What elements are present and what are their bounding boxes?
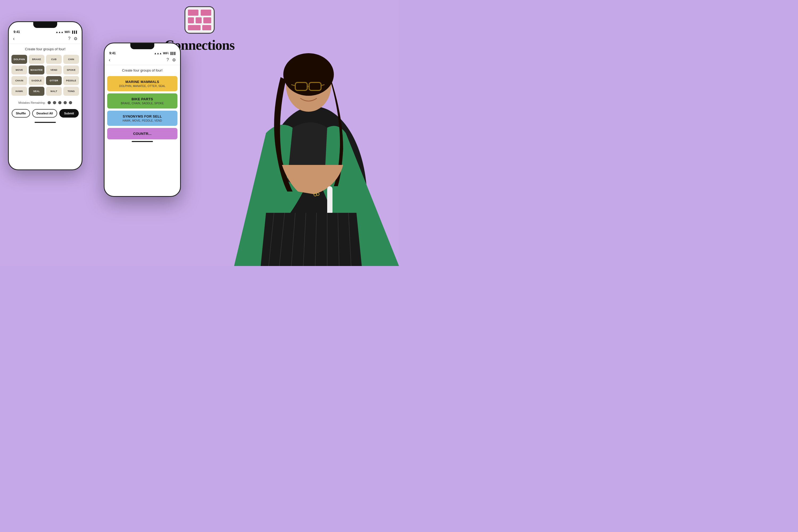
battery-icon-right: ▐▐▐ <box>170 52 175 55</box>
help-icon-right[interactable]: ? <box>167 57 169 62</box>
status-bar-left: 9:41 ▲▲▲ WiFi ▐▐▐ <box>9 28 82 34</box>
tile-spoke[interactable]: SPOKE <box>63 65 79 75</box>
person-photo-area <box>213 26 399 266</box>
card-sell-title: SYNONYMS FOR SELL <box>111 114 173 118</box>
tile-chain[interactable]: CHAIN <box>12 76 27 85</box>
svg-rect-4 <box>195 17 202 24</box>
deselect-button[interactable]: Deselect All <box>32 109 57 118</box>
subtitle-left: Create four groups of four! <box>9 44 82 53</box>
mistakes-label: Mistakes Remaining: <box>18 101 45 104</box>
phone-notch-right <box>130 43 154 49</box>
tile-peddle[interactable]: PEDDLE <box>63 76 79 85</box>
tile-dolphin[interactable]: DOLPHIN <box>12 55 27 64</box>
card-countr: COUNTR... <box>107 128 177 139</box>
back-button-left[interactable]: ‹ <box>13 36 15 41</box>
battery-icon: ▐▐▐ <box>71 31 77 34</box>
button-row-left: Shuffle Deselect All Submit <box>9 107 82 122</box>
nav-bar-right: ‹ ? ⚙ <box>104 55 180 65</box>
dot-3 <box>58 101 61 104</box>
tile-chin[interactable]: CHIN <box>63 55 79 64</box>
home-indicator-right <box>132 141 153 142</box>
status-bar-right: 9:41 ▲▲▲ WiFi ▐▐▐ <box>104 49 180 55</box>
card-sell-words: HAWK, MOVE, PEDDLE, VEND <box>111 119 173 122</box>
nav-right-icons-left: ? ⚙ <box>68 36 77 41</box>
settings-icon-left[interactable]: ⚙ <box>74 36 77 41</box>
dot-5 <box>69 101 72 104</box>
phone-left: 9:41 ▲▲▲ WiFi ▐▐▐ ‹ ? ⚙ Create four grou… <box>8 21 82 170</box>
back-button-right[interactable]: ‹ <box>109 57 110 63</box>
phone-notch-left <box>33 22 57 28</box>
tile-saddle[interactable]: SADDLE <box>29 76 44 85</box>
nav-bar-left: ‹ ? ⚙ <box>9 34 82 44</box>
card-marine-title: MARINE MAMMALS <box>111 80 173 84</box>
person-image <box>213 26 399 266</box>
mistakes-row: Mistakes Remaining: <box>9 97 82 107</box>
settings-icon-right[interactable]: ⚙ <box>172 57 176 62</box>
svg-rect-5 <box>203 17 211 24</box>
tile-malt[interactable]: MALT <box>46 87 62 96</box>
home-indicator-left <box>35 122 56 123</box>
svg-rect-1 <box>188 9 199 16</box>
svg-point-10 <box>283 53 334 96</box>
status-icons-left: ▲▲▲ WiFi ▐▐▐ <box>56 31 77 34</box>
wifi-icon: WiFi <box>65 31 70 34</box>
tile-brake[interactable]: BRAKE <box>29 55 44 64</box>
card-bike-parts: BIKE PARTS BRAKE, CHAIN, SADDLE, SPOKE <box>107 93 177 109</box>
shuffle-button[interactable]: Shuffle <box>12 109 30 118</box>
help-icon-left[interactable]: ? <box>68 36 71 41</box>
tile-manatee[interactable]: MANATEE <box>29 65 44 75</box>
card-countr-title: COUNTR... <box>111 132 173 136</box>
signal-icon-right: ▲▲▲ <box>154 52 162 55</box>
subtitle-right: Create four groups of four! <box>104 65 180 75</box>
signal-icon: ▲▲▲ <box>56 31 63 34</box>
tile-hawk[interactable]: HAWK <box>12 87 27 96</box>
dot-4 <box>63 101 67 104</box>
svg-rect-2 <box>200 9 211 16</box>
card-bike-title: BIKE PARTS <box>111 97 173 101</box>
phone-right: 9:41 ▲▲▲ WiFi ▐▐▐ ‹ ? ⚙ Create four grou… <box>104 42 181 197</box>
tile-tong[interactable]: TONG <box>63 87 79 96</box>
wifi-icon-right: WiFi <box>163 52 169 55</box>
card-marine-words: DOLPHIN, MANATEE, OTTER, SEAL <box>111 84 173 88</box>
submit-button[interactable]: Submit <box>59 109 79 118</box>
tile-cub[interactable]: CUB <box>46 55 62 64</box>
dot-2 <box>53 101 56 104</box>
svg-rect-7 <box>202 25 211 31</box>
word-grid-left: DOLPHIN BRAKE CUB CHIN MOVE MANATEE VEND… <box>9 53 82 97</box>
status-time-left: 9:41 <box>14 30 20 34</box>
nav-right-icons-right: ? ⚙ <box>167 57 176 62</box>
svg-rect-3 <box>188 17 194 24</box>
tile-move[interactable]: MOVE <box>12 65 27 75</box>
card-marine-mammals: MARINE MAMMALS DOLPHIN, MANATEE, OTTER, … <box>107 76 177 91</box>
card-synonyms-sell: SYNONYMS FOR SELL HAWK, MOVE, PEDDLE, VE… <box>107 111 177 126</box>
tile-otter[interactable]: OTTER <box>46 76 62 85</box>
status-icons-right: ▲▲▲ WiFi ▐▐▐ <box>154 52 175 55</box>
tile-vend[interactable]: VEND <box>46 65 62 75</box>
tile-seal[interactable]: SEAL <box>29 87 44 96</box>
result-cards-area: MARINE MAMMALS DOLPHIN, MANATEE, OTTER, … <box>104 75 180 141</box>
svg-rect-6 <box>188 25 201 31</box>
card-bike-words: BRAKE, CHAIN, SADDLE, SPOKE <box>111 102 173 105</box>
dot-1 <box>48 101 51 104</box>
connections-logo-icon <box>184 5 215 35</box>
status-time-right: 9:41 <box>109 51 116 55</box>
